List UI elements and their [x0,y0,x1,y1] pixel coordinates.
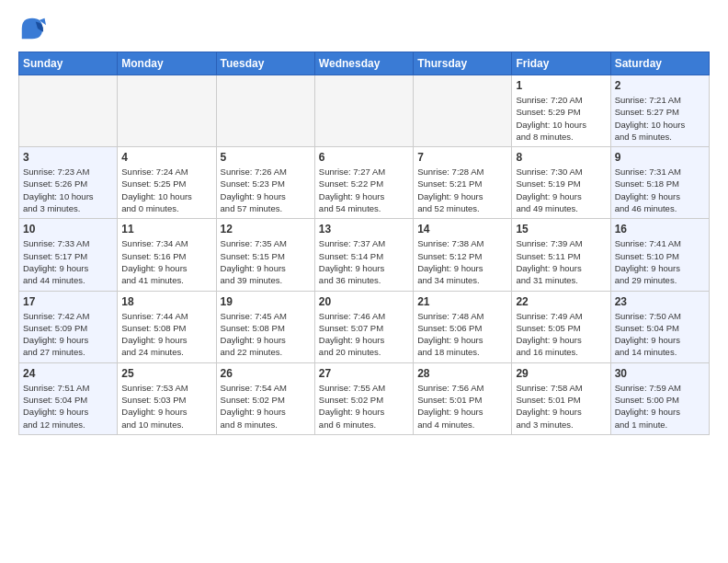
day-number: 17 [23,295,113,308]
calendar-cell: 29Sunrise: 7:58 AM Sunset: 5:01 PM Dayli… [512,362,610,434]
day-number: 25 [121,367,211,380]
day-info: Sunrise: 7:50 AM Sunset: 5:04 PM Dayligh… [615,310,705,359]
calendar-body: 1Sunrise: 7:20 AM Sunset: 5:29 PM Daylig… [19,75,710,435]
day-number: 24 [23,367,113,380]
calendar-cell: 24Sunrise: 7:51 AM Sunset: 5:04 PM Dayli… [19,362,118,434]
day-number: 8 [516,151,606,164]
calendar-page: SundayMondayTuesdayWednesdayThursdayFrid… [0,0,728,563]
calendar-header: SundayMondayTuesdayWednesdayThursdayFrid… [19,52,710,75]
day-info: Sunrise: 7:20 AM Sunset: 5:29 PM Dayligh… [516,94,606,143]
day-info: Sunrise: 7:30 AM Sunset: 5:19 PM Dayligh… [516,166,606,214]
calendar-cell: 13Sunrise: 7:37 AM Sunset: 5:14 PM Dayli… [314,219,413,291]
calendar-cell: 5Sunrise: 7:26 AM Sunset: 5:23 PM Daylig… [216,147,314,219]
day-info: Sunrise: 7:48 AM Sunset: 5:06 PM Dayligh… [417,310,507,359]
calendar-cell: 2Sunrise: 7:21 AM Sunset: 5:27 PM Daylig… [610,75,709,147]
day-number: 2 [615,79,705,92]
header-cell-thursday: Thursday [414,52,512,75]
header-row: SundayMondayTuesdayWednesdayThursdayFrid… [19,52,710,75]
calendar-cell: 11Sunrise: 7:34 AM Sunset: 5:16 PM Dayli… [118,219,216,291]
day-info: Sunrise: 7:27 AM Sunset: 5:22 PM Dayligh… [319,166,409,214]
day-info: Sunrise: 7:42 AM Sunset: 5:09 PM Dayligh… [23,310,113,359]
header-cell-monday: Monday [118,52,216,75]
day-number: 27 [319,367,409,380]
day-info: Sunrise: 7:49 AM Sunset: 5:05 PM Dayligh… [516,310,606,359]
header-cell-saturday: Saturday [610,52,709,75]
calendar-cell: 23Sunrise: 7:50 AM Sunset: 5:04 PM Dayli… [610,291,709,362]
day-number: 28 [417,367,507,380]
calendar-cell [19,75,118,147]
calendar-cell: 15Sunrise: 7:39 AM Sunset: 5:11 PM Dayli… [512,219,610,291]
week-row-4: 24Sunrise: 7:51 AM Sunset: 5:04 PM Dayli… [19,362,710,434]
day-number: 10 [23,223,113,236]
day-number: 18 [121,295,211,308]
calendar-cell: 28Sunrise: 7:56 AM Sunset: 5:01 PM Dayli… [414,362,512,434]
header-cell-tuesday: Tuesday [216,52,314,75]
day-info: Sunrise: 7:35 AM Sunset: 5:15 PM Dayligh… [221,237,311,286]
calendar-cell: 7Sunrise: 7:28 AM Sunset: 5:21 PM Daylig… [414,147,512,219]
day-number: 15 [516,223,606,236]
day-info: Sunrise: 7:23 AM Sunset: 5:26 PM Dayligh… [23,166,113,214]
calendar-cell: 16Sunrise: 7:41 AM Sunset: 5:10 PM Dayli… [610,219,709,291]
day-number: 16 [615,223,705,236]
day-info: Sunrise: 7:56 AM Sunset: 5:01 PM Dayligh… [417,382,507,431]
day-number: 4 [121,151,211,164]
day-number: 14 [417,223,507,236]
calendar-cell [314,75,413,147]
day-info: Sunrise: 7:45 AM Sunset: 5:08 PM Dayligh… [221,310,311,359]
calendar-cell: 8Sunrise: 7:30 AM Sunset: 5:19 PM Daylig… [512,147,610,219]
calendar-cell: 20Sunrise: 7:46 AM Sunset: 5:07 PM Dayli… [314,291,413,362]
day-info: Sunrise: 7:31 AM Sunset: 5:18 PM Dayligh… [615,166,705,214]
calendar-cell: 10Sunrise: 7:33 AM Sunset: 5:17 PM Dayli… [19,219,118,291]
calendar-cell: 12Sunrise: 7:35 AM Sunset: 5:15 PM Dayli… [216,219,314,291]
calendar-cell: 14Sunrise: 7:38 AM Sunset: 5:12 PM Dayli… [414,219,512,291]
calendar-table: SundayMondayTuesdayWednesdayThursdayFrid… [18,52,710,435]
day-number: 9 [615,151,705,164]
calendar-cell [118,75,216,147]
logo-icon [18,15,46,42]
day-number: 19 [221,295,311,308]
day-info: Sunrise: 7:55 AM Sunset: 5:02 PM Dayligh… [319,382,409,431]
header [18,15,710,42]
header-cell-friday: Friday [512,52,610,75]
day-number: 30 [615,367,705,380]
calendar-cell [216,75,314,147]
day-number: 3 [23,151,113,164]
day-info: Sunrise: 7:51 AM Sunset: 5:04 PM Dayligh… [23,382,113,431]
day-info: Sunrise: 7:39 AM Sunset: 5:11 PM Dayligh… [516,237,606,286]
day-number: 1 [516,79,606,92]
day-info: Sunrise: 7:58 AM Sunset: 5:01 PM Dayligh… [516,382,606,431]
day-info: Sunrise: 7:54 AM Sunset: 5:02 PM Dayligh… [221,382,311,431]
calendar-cell: 26Sunrise: 7:54 AM Sunset: 5:02 PM Dayli… [216,362,314,434]
logo [18,15,50,42]
calendar-cell: 9Sunrise: 7:31 AM Sunset: 5:18 PM Daylig… [610,147,709,219]
week-row-1: 3Sunrise: 7:23 AM Sunset: 5:26 PM Daylig… [19,147,710,219]
header-cell-wednesday: Wednesday [314,52,413,75]
day-number: 6 [319,151,409,164]
day-number: 21 [417,295,507,308]
day-info: Sunrise: 7:38 AM Sunset: 5:12 PM Dayligh… [417,237,507,286]
week-row-3: 17Sunrise: 7:42 AM Sunset: 5:09 PM Dayli… [19,291,710,362]
day-info: Sunrise: 7:34 AM Sunset: 5:16 PM Dayligh… [121,237,211,286]
calendar-cell: 4Sunrise: 7:24 AM Sunset: 5:25 PM Daylig… [118,147,216,219]
day-info: Sunrise: 7:26 AM Sunset: 5:23 PM Dayligh… [221,166,311,214]
day-info: Sunrise: 7:21 AM Sunset: 5:27 PM Dayligh… [615,94,705,143]
day-number: 5 [221,151,311,164]
day-number: 13 [319,223,409,236]
calendar-cell: 17Sunrise: 7:42 AM Sunset: 5:09 PM Dayli… [19,291,118,362]
day-number: 7 [417,151,507,164]
day-info: Sunrise: 7:37 AM Sunset: 5:14 PM Dayligh… [319,237,409,286]
day-info: Sunrise: 7:59 AM Sunset: 5:00 PM Dayligh… [615,382,705,431]
day-number: 23 [615,295,705,308]
day-number: 11 [121,223,211,236]
week-row-0: 1Sunrise: 7:20 AM Sunset: 5:29 PM Daylig… [19,75,710,147]
day-number: 29 [516,367,606,380]
calendar-cell: 3Sunrise: 7:23 AM Sunset: 5:26 PM Daylig… [19,147,118,219]
calendar-cell: 19Sunrise: 7:45 AM Sunset: 5:08 PM Dayli… [216,291,314,362]
calendar-cell: 6Sunrise: 7:27 AM Sunset: 5:22 PM Daylig… [314,147,413,219]
week-row-2: 10Sunrise: 7:33 AM Sunset: 5:17 PM Dayli… [19,219,710,291]
day-info: Sunrise: 7:53 AM Sunset: 5:03 PM Dayligh… [121,382,211,431]
calendar-cell: 27Sunrise: 7:55 AM Sunset: 5:02 PM Dayli… [314,362,413,434]
calendar-cell: 30Sunrise: 7:59 AM Sunset: 5:00 PM Dayli… [610,362,709,434]
day-info: Sunrise: 7:41 AM Sunset: 5:10 PM Dayligh… [615,237,705,286]
day-number: 22 [516,295,606,308]
